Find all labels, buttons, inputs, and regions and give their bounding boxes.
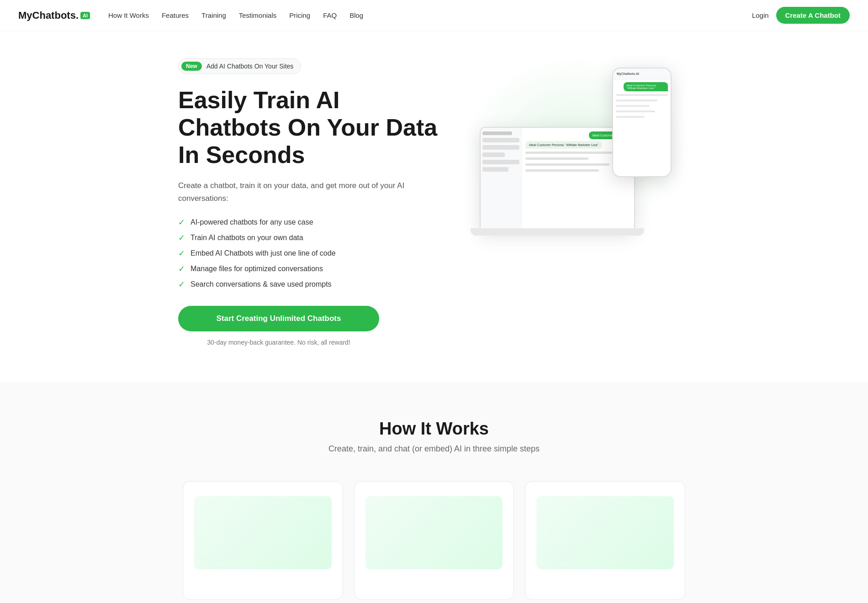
step-preview-2 <box>365 496 503 569</box>
navbar-right: Login Create A Chatbot <box>752 7 850 24</box>
how-it-works-section: How It Works Create, train, and chat (or… <box>0 383 868 603</box>
hero-right: Ideal Customer Persona Ideal Customer Pe… <box>461 58 690 232</box>
phone-line-4 <box>616 110 655 112</box>
feature-text-3: Embed AI Chatbots with just one line of … <box>191 249 336 257</box>
chat-line-2 <box>525 157 588 160</box>
hero-image-container: Ideal Customer Persona Ideal Customer Pe… <box>480 58 672 232</box>
new-badge-text: Add AI Chatbots On Your Sites <box>206 63 294 70</box>
logo-badge: AI <box>80 12 90 19</box>
create-chatbot-button[interactable]: Create A Chatbot <box>776 7 850 24</box>
phone-mockup: MyChatbots.AI Ideal Customer Persona: "A… <box>612 68 672 177</box>
nav-training[interactable]: Training <box>201 11 226 19</box>
chat-bubble-ai-1: Ideal Customer Persona: "Affiliate Marke… <box>525 141 602 149</box>
laptop-sidebar <box>481 128 522 231</box>
step-preview-1 <box>194 496 332 569</box>
sidebar-item-6 <box>482 167 508 172</box>
nav-links: How It Works Features Training Testimoni… <box>108 11 363 20</box>
step-card-3 <box>525 481 685 600</box>
nav-pricing[interactable]: Pricing <box>289 11 310 19</box>
phone-chat: Ideal Customer Persona: "Affiliate Marke… <box>613 79 671 121</box>
laptop-mockup: Ideal Customer Persona Ideal Customer Pe… <box>480 127 635 232</box>
feature-item-4: ✓ Manage files for optimized conversatio… <box>178 264 443 274</box>
check-icon-3: ✓ <box>178 248 185 258</box>
chat-line-4 <box>525 169 599 172</box>
hero-section: New Add AI Chatbots On Your Sites Easily… <box>160 31 708 383</box>
how-it-works-subtitle: Create, train, and chat (or embed) AI in… <box>18 444 850 454</box>
login-button[interactable]: Login <box>752 11 769 19</box>
hero-left: New Add AI Chatbots On Your Sites Easily… <box>178 58 443 346</box>
check-icon-4: ✓ <box>178 264 185 274</box>
check-icon-1: ✓ <box>178 217 185 227</box>
steps-grid <box>183 481 685 600</box>
step-preview-3 <box>536 496 674 569</box>
feature-item-2: ✓ Train AI chatbots on your own data <box>178 233 443 243</box>
hero-subtitle: Create a chatbot, train it on your data,… <box>178 179 443 204</box>
navbar: MyChatbots.AI How It Works Features Trai… <box>0 0 868 31</box>
laptop-screen: Ideal Customer Persona Ideal Customer Pe… <box>481 128 634 231</box>
start-creating-button[interactable]: Start Creating Unlimited Chatbots <box>178 306 379 331</box>
nav-faq[interactable]: FAQ <box>323 11 337 19</box>
feature-item-5: ✓ Search conversations & save used promp… <box>178 279 443 289</box>
sidebar-item-2 <box>482 138 519 142</box>
nav-features[interactable]: Features <box>162 11 189 19</box>
sidebar-item-5 <box>482 160 519 164</box>
phone-line-5 <box>616 116 645 118</box>
feature-text-2: Train AI chatbots on your own data <box>191 234 303 242</box>
hero-title: Easily Train AI Chatbots On Your Data In… <box>178 87 443 168</box>
sidebar-item-4 <box>482 152 505 157</box>
new-badge: New <box>181 62 202 71</box>
step-card-1 <box>183 481 343 600</box>
feature-item-1: ✓ AI-powered chatbots for any use case <box>178 217 443 227</box>
nav-testimonials[interactable]: Testimonials <box>239 11 277 19</box>
check-icon-5: ✓ <box>178 279 185 289</box>
phone-line-2 <box>616 100 657 101</box>
how-it-works-title: How It Works <box>18 419 850 439</box>
features-list: ✓ AI-powered chatbots for any use case ✓… <box>178 217 443 289</box>
logo[interactable]: MyChatbots.AI <box>18 10 90 21</box>
feature-item-3: ✓ Embed AI Chatbots with just one line o… <box>178 248 443 258</box>
nav-blog[interactable]: Blog <box>349 11 363 19</box>
feature-text-4: Manage files for optimized conversations <box>191 265 323 273</box>
feature-text-5: Search conversations & save used prompts <box>191 280 332 288</box>
sidebar-item-1 <box>482 131 512 135</box>
feature-text-1: AI-powered chatbots for any use case <box>191 218 313 226</box>
logo-text: MyChatbots. <box>18 10 79 21</box>
new-badge-wrapper: New Add AI Chatbots On Your Sites <box>178 58 301 74</box>
check-icon-2: ✓ <box>178 233 185 243</box>
nav-how-it-works[interactable]: How It Works <box>108 11 149 19</box>
chat-line-3 <box>525 163 609 166</box>
phone-line-3 <box>616 105 650 107</box>
phone-line-1 <box>616 94 668 96</box>
step-card-2 <box>354 481 514 600</box>
phone-bubble-1: Ideal Customer Persona: "Affiliate Marke… <box>624 82 668 91</box>
phone-header: MyChatbots.AI <box>613 68 671 79</box>
guarantee-text: 30-day money-back guarantee. No risk, al… <box>178 339 379 346</box>
sidebar-item-3 <box>482 145 519 150</box>
laptop-base <box>471 228 644 236</box>
